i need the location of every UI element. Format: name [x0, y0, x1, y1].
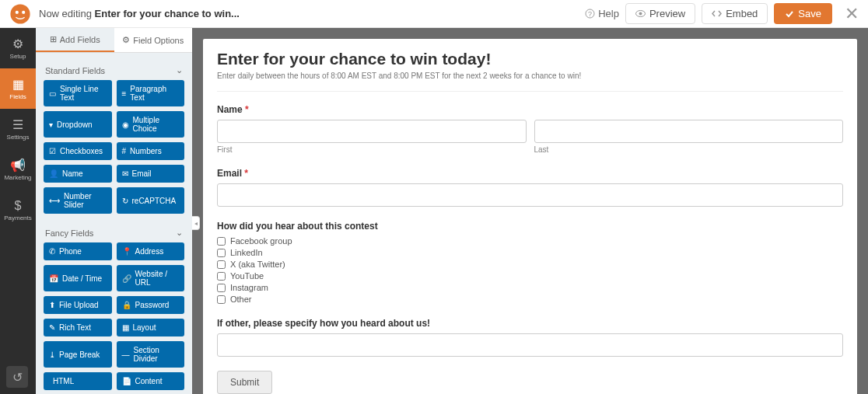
form-title: Enter for your chance to win today!: [217, 50, 843, 68]
megaphone-icon: 📢: [10, 158, 26, 173]
field-icon: ✎: [49, 323, 55, 332]
field-icon: 📅: [49, 274, 58, 283]
field-number-slider[interactable]: ⟷Number Slider: [44, 187, 112, 214]
check-icon: [785, 9, 794, 19]
checkbox-label: YouTube: [230, 271, 264, 281]
field-recaptcha[interactable]: ↻reCAPTCHA: [117, 187, 185, 214]
tab-field-options[interactable]: ⚙Field Options: [114, 28, 193, 52]
field-icon: 📄: [122, 377, 131, 385]
field-icon: #: [122, 147, 127, 155]
field-address[interactable]: 📍Address: [117, 242, 185, 260]
checkbox-input[interactable]: [217, 260, 226, 269]
field-section-divider[interactable]: —Section Divider: [117, 341, 185, 368]
eye-icon: [635, 9, 646, 19]
field-icon: ⬆: [49, 301, 55, 309]
left-rail: ⚙Setup ▦Fields ☰Settings 📢Marketing $Pay…: [0, 28, 36, 394]
rail-marketing[interactable]: 📢Marketing: [0, 149, 36, 190]
close-icon[interactable]: ✕: [845, 4, 859, 24]
editing-label: Now editing Enter for your chance to win…: [39, 8, 240, 19]
plus-icon: ⊞: [50, 34, 57, 44]
field-phone[interactable]: ✆Phone: [44, 242, 112, 260]
field-icon: ↻: [122, 197, 128, 205]
field-website-url[interactable]: 🔗Website / URL: [117, 265, 185, 291]
logo-icon: [9, 3, 31, 25]
first-name-input[interactable]: [217, 120, 527, 143]
checkbox-option: LinkedIn: [217, 248, 843, 257]
field-dropdown[interactable]: ▾Dropdown: [44, 111, 112, 138]
svg-point-2: [22, 10, 25, 13]
field-icon: 🔒: [122, 301, 131, 309]
field-page-break[interactable]: ⤓Page Break: [44, 341, 112, 368]
svg-text:?: ?: [588, 10, 592, 18]
field-numbers[interactable]: #Numbers: [117, 142, 185, 160]
code-icon: [712, 9, 722, 19]
sliders-icon: ☰: [12, 117, 23, 132]
first-sublabel: First: [217, 145, 527, 154]
history-button[interactable]: ↺: [6, 366, 28, 388]
help-link[interactable]: ? Help: [585, 8, 619, 19]
divider: [217, 91, 843, 92]
preview-button[interactable]: Preview: [625, 3, 695, 24]
field-single-line-text[interactable]: ▭Single Line Text: [44, 80, 112, 106]
svg-point-6: [639, 12, 642, 16]
field-multiple-choice[interactable]: ◉Multiple Choice: [117, 111, 185, 138]
field-content[interactable]: 📄Content: [117, 372, 185, 390]
field-rich-text[interactable]: ✎Rich Text: [44, 319, 112, 336]
other-input[interactable]: [217, 333, 843, 357]
standard-fields-head[interactable]: Standard Fields⌄: [44, 61, 184, 80]
field-date-time[interactable]: 📅Date / Time: [44, 265, 112, 291]
field-html[interactable]: HTML: [44, 372, 112, 390]
checkbox-label: Other: [230, 295, 252, 304]
field-icon: 👤: [49, 169, 58, 178]
checkbox-input[interactable]: [217, 284, 226, 292]
checkbox-label: LinkedIn: [230, 248, 263, 257]
field-layout[interactable]: ▦Layout: [117, 319, 185, 336]
collapse-panel-button[interactable]: ◂: [192, 216, 200, 230]
hear-label: How did you hear about this contest: [217, 221, 843, 232]
checkbox-input[interactable]: [217, 272, 226, 281]
field-paragraph-text[interactable]: ≡Paragraph Text: [117, 80, 185, 106]
form-canvas: Enter for your chance to win today! Ente…: [192, 28, 868, 394]
checkbox-option: YouTube: [217, 271, 843, 281]
field-checkboxes[interactable]: ☑Checkboxes: [44, 142, 112, 160]
other-label: If other, please specify how you heard a…: [217, 318, 843, 329]
field-icon: ▦: [122, 323, 129, 332]
field-password[interactable]: 🔒Password: [117, 296, 185, 314]
fancy-fields-head[interactable]: Fancy Fields⌄: [44, 223, 184, 242]
dollar-icon: $: [15, 199, 22, 213]
field-icon: ⤓: [49, 350, 55, 359]
rail-setup[interactable]: ⚙Setup: [0, 28, 36, 68]
embed-button[interactable]: Embed: [702, 3, 768, 24]
history-icon: ↺: [12, 370, 23, 385]
checkbox-label: Facebook group: [230, 236, 292, 246]
checkbox-option: Facebook group: [217, 236, 843, 246]
checkbox-input[interactable]: [217, 295, 226, 304]
chevron-down-icon: ⌄: [176, 228, 183, 238]
rail-payments[interactable]: $Payments: [0, 190, 36, 230]
svg-point-1: [16, 10, 19, 13]
field-email[interactable]: ✉Email: [117, 165, 185, 183]
field-icon: ◉: [122, 120, 129, 129]
submit-button[interactable]: Submit: [217, 371, 272, 394]
rail-settings[interactable]: ☰Settings: [0, 109, 36, 149]
field-icon: ▭: [49, 89, 56, 98]
rail-fields[interactable]: ▦Fields: [0, 68, 36, 109]
checkbox-input[interactable]: [217, 249, 226, 257]
last-name-input[interactable]: [534, 120, 844, 143]
checkbox-option: Instagram: [217, 283, 843, 292]
save-button[interactable]: Save: [774, 3, 832, 24]
field-icon: ≡: [122, 89, 127, 98]
tab-add-fields[interactable]: ⊞Add Fields: [36, 28, 114, 52]
svg-point-0: [10, 4, 30, 23]
help-icon: ?: [585, 9, 595, 19]
email-input[interactable]: [217, 183, 843, 207]
fields-icon: ▦: [12, 77, 24, 92]
field-file-upload[interactable]: ⬆File Upload: [44, 296, 112, 314]
checkbox-label: Instagram: [230, 283, 268, 292]
options-icon: ⚙: [122, 35, 130, 45]
email-label: Email *: [217, 168, 843, 179]
checkbox-input[interactable]: [217, 237, 226, 246]
field-name[interactable]: 👤Name: [44, 165, 112, 183]
gear-icon: ⚙: [12, 37, 23, 51]
fields-panel: ⊞Add Fields ⚙Field Options Standard Fiel…: [36, 28, 192, 394]
